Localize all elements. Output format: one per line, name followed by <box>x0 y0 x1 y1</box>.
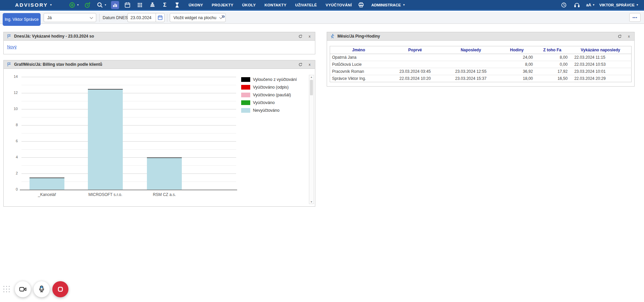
gridline <box>21 77 236 77</box>
font-size-control[interactable]: aA ▾ <box>586 3 594 7</box>
cell-poprve <box>387 54 443 61</box>
legend-swatch <box>241 93 250 97</box>
cell-naposledy <box>443 61 499 68</box>
navbar-quick-icons: ▾ ▾ <box>68 1 181 9</box>
col-header-naposledy[interactable]: Naposledy <box>443 46 499 54</box>
scrollbar-thumb[interactable] <box>310 80 313 95</box>
gridline <box>21 85 236 85</box>
x-axis-line <box>20 190 237 190</box>
y-axis-tick: 0 <box>7 187 18 191</box>
hourglass-icon[interactable] <box>173 1 181 9</box>
stop-icon <box>56 285 64 293</box>
date-label: Datum DNES: <box>103 15 129 20</box>
scroll-up-icon[interactable]: ▲ <box>309 76 314 78</box>
charts-icon[interactable] <box>111 1 119 9</box>
stamp-icon[interactable] <box>148 1 156 9</box>
cell-z-toho-fa: 17,92 <box>535 68 570 75</box>
nav-item-vyuctovani[interactable]: VYÚČTOVÁNÍ <box>326 3 352 7</box>
col-header-jmeno[interactable]: Jméno <box>330 46 387 54</box>
cell-jmeno: Správce Viktor Ing. <box>330 75 387 82</box>
refresh-icon[interactable] <box>298 62 303 67</box>
drag-handle[interactable] <box>3 286 10 293</box>
sum-sigma-icon[interactable]: Σ <box>161 1 169 9</box>
more-options-button[interactable]: ••• <box>629 13 641 22</box>
navbar-right: aA ▾ VIKTOR_SPRÁVCE ▾ <box>560 1 644 9</box>
widget-today-header[interactable]: Dnes/Já: Vykázané hodiny - 23.03.2024 so… <box>4 32 315 41</box>
nav-item-kontakty[interactable]: KONTAKTY <box>264 3 286 7</box>
timer-add-icon[interactable] <box>84 1 92 9</box>
print-icon[interactable] <box>357 1 365 9</box>
active-desktop-tab[interactable]: Ing. Viktor Správce <box>3 13 41 26</box>
widget-ping-header[interactable]: Měsíc/Já Ping+Hodiny x <box>327 32 634 41</box>
cell-z-toho-fa: 16,50 <box>535 75 570 82</box>
widget-billing-chart: Graf/Měsíc/Já: Billing stav hodin podle … <box>3 60 315 207</box>
user-menu[interactable]: VIKTOR_SPRÁVCE ▾ <box>599 3 638 7</box>
scope-select[interactable]: Já <box>44 13 96 22</box>
bar-segment-nevyuctovano <box>147 158 182 190</box>
gridline <box>21 149 236 150</box>
chevron-down-icon: ▾ <box>637 4 638 6</box>
widget-ping-title: Měsíc/Já Ping+Hodiny <box>337 34 380 39</box>
refresh-icon[interactable] <box>617 34 622 39</box>
gridline <box>21 125 236 125</box>
x-axis-label: RSM CZ a.s. <box>136 192 193 197</box>
scroll-down-icon[interactable]: ▼ <box>309 201 314 203</box>
col-header-poprve[interactable]: Poprvé <box>387 46 443 54</box>
font-size-label: aA <box>586 3 591 7</box>
col-header-vykazano-naposledy[interactable]: Vykázáno naposledy <box>570 46 631 54</box>
col-header-z-toho-fa[interactable]: Z toho Fa <box>535 46 570 54</box>
x-axis-label: _Kancelář <box>18 192 75 197</box>
nav-item-ukoly[interactable]: ÚKOLY <box>242 3 256 7</box>
y-axis-tick: 6 <box>7 139 18 143</box>
nav-item-projekty[interactable]: PROJEKTY <box>212 3 233 7</box>
table-header-row: JménoPoprvéNaposledyHodinyZ toho FaVykáz… <box>330 46 632 54</box>
close-icon[interactable]: x <box>626 34 632 39</box>
close-icon[interactable]: x <box>307 62 312 67</box>
gridline <box>21 133 236 134</box>
admin-menu-label: ADMINISTRACE <box>371 3 401 7</box>
stop-recording-button[interactable] <box>52 281 68 297</box>
legend-item-vyuctovano-pausal: Vyúčtováno (paušál) <box>241 91 297 99</box>
search-icon[interactable]: ▾ <box>96 1 107 9</box>
support-headset-icon[interactable] <box>573 1 581 9</box>
nav-item-ukony[interactable]: ÚKONY <box>189 3 203 7</box>
gridline <box>21 141 236 142</box>
chart-scrollbar[interactable]: ▲ ▼ <box>309 75 314 204</box>
running-person-icon <box>330 34 335 39</box>
camera-toggle-button[interactable] <box>15 281 31 297</box>
flag-icon <box>6 34 12 39</box>
toolbar-divider <box>99 14 100 22</box>
dashboard: { "navbar": { "brand": "ADVISORY", "menu… <box>0 0 644 302</box>
calendar-icon[interactable] <box>123 1 131 9</box>
date-input[interactable] <box>127 13 156 22</box>
expand-toolbar-button[interactable]: » <box>221 12 225 20</box>
table-row[interactable]: Správce Viktor Ing.22.03.2024 10:2023.03… <box>330 75 632 82</box>
nav-item-uzivatele[interactable]: UŽIVATELÉ <box>295 3 317 7</box>
history-clock-icon[interactable] <box>560 1 568 9</box>
widget-chart-header[interactable]: Graf/Měsíc/Já: Billing stav hodin podle … <box>4 60 315 69</box>
insert-widget-dropdown[interactable]: Vložit widget na plochu <box>170 13 226 22</box>
gridline <box>21 109 236 109</box>
new-entry-link[interactable]: Nový <box>7 45 16 49</box>
create-new-icon[interactable]: ▾ <box>68 1 79 9</box>
table-row[interactable]: Pracovník Roman23.03.2024 03:4523.03.202… <box>330 68 632 75</box>
col-header-hodiny[interactable]: Hodiny <box>499 46 535 54</box>
close-icon[interactable]: x <box>307 34 312 39</box>
gridline <box>21 117 236 117</box>
cell-vykazano-naposledy: 22.03.2024 20:29 <box>570 75 631 82</box>
refresh-icon[interactable] <box>298 34 303 39</box>
gridline <box>21 101 236 101</box>
cell-vykazano-naposledy: 22.03.2024 11:15 <box>570 54 631 61</box>
gridline <box>21 157 236 158</box>
scope-select-value: Já <box>47 15 52 20</box>
app-brand-menu[interactable]: ADVISORY ▾ <box>15 2 52 8</box>
legend-label: Vyúčtováno (odpis) <box>253 85 289 90</box>
y-axis-tick: 12 <box>7 91 18 95</box>
table-row[interactable]: Potůčková Lucie8,000,0022.03.2024 10:53 <box>330 61 632 68</box>
apps-grid-icon[interactable] <box>136 1 144 9</box>
date-picker-button[interactable] <box>156 13 165 22</box>
admin-menu[interactable]: ADMINISTRACE ▾ <box>371 3 405 7</box>
table-row[interactable]: Opatrná Jana24,008,0022.03.2024 11:15 <box>330 54 632 61</box>
legend-item-vylouceno-z-vyuctovani: Vyloučeno z vyúčtování <box>241 76 297 83</box>
microphone-toggle-button[interactable] <box>34 281 50 297</box>
